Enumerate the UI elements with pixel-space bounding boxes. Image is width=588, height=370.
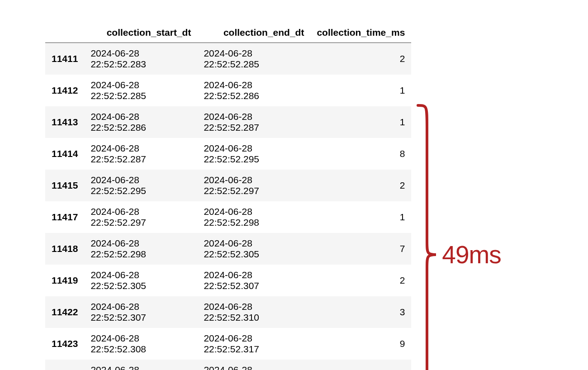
- row-end: 2024-06-28 22:52:52.297: [197, 170, 310, 201]
- table-row: 114132024-06-28 22:52:52.2862024-06-28 2…: [45, 106, 411, 138]
- row-index: 11412: [45, 75, 84, 106]
- row-time: 2: [310, 170, 411, 201]
- column-header-start: collection_start_dt: [84, 23, 197, 43]
- row-end: 2024-06-28 22:52:52.320: [197, 360, 310, 370]
- row-index: 11418: [45, 233, 84, 265]
- row-time: 7: [310, 233, 411, 265]
- table-row: 114182024-06-28 22:52:52.2982024-06-28 2…: [45, 233, 411, 265]
- table-header-row: collection_start_dt collection_end_dt co…: [45, 23, 411, 43]
- row-index: 11413: [45, 106, 84, 138]
- sum-annotation: 49ms: [416, 101, 501, 370]
- row-time: 2: [310, 265, 411, 296]
- table-row: 114232024-06-28 22:52:52.3082024-06-28 2…: [45, 328, 411, 360]
- row-index: 11417: [45, 201, 84, 233]
- row-end: 2024-06-28 22:52:52.285: [197, 43, 310, 75]
- row-end: 2024-06-28 22:52:52.295: [197, 138, 310, 170]
- table-row: 114222024-06-28 22:52:52.3072024-06-28 2…: [45, 296, 411, 328]
- row-index: 11415: [45, 170, 84, 201]
- data-table-wrapper: collection_start_dt collection_end_dt co…: [45, 23, 411, 370]
- row-start: 2024-06-28 22:52:52.305: [84, 265, 197, 296]
- row-time: 1: [310, 75, 411, 106]
- table-row: 114242024-06-28 22:52:52.3182024-06-28 2…: [45, 360, 411, 370]
- row-end: 2024-06-28 22:52:52.286: [197, 75, 310, 106]
- row-end: 2024-06-28 22:52:52.307: [197, 265, 310, 296]
- annotation-label: 49ms: [442, 240, 501, 269]
- row-time: 3: [310, 296, 411, 328]
- row-index: 11414: [45, 138, 84, 170]
- row-start: 2024-06-28 22:52:52.297: [84, 201, 197, 233]
- data-table: collection_start_dt collection_end_dt co…: [45, 23, 411, 370]
- row-start: 2024-06-28 22:52:52.287: [84, 138, 197, 170]
- row-start: 2024-06-28 22:52:52.318: [84, 360, 197, 370]
- table-row: 114112024-06-28 22:52:52.2832024-06-28 2…: [45, 43, 411, 75]
- row-index: 11411: [45, 43, 84, 75]
- table-row: 114172024-06-28 22:52:52.2972024-06-28 2…: [45, 201, 411, 233]
- row-end: 2024-06-28 22:52:52.305: [197, 233, 310, 265]
- row-start: 2024-06-28 22:52:52.285: [84, 75, 197, 106]
- row-start: 2024-06-28 22:52:52.295: [84, 170, 197, 201]
- row-time: 8: [310, 138, 411, 170]
- row-index: 11423: [45, 328, 84, 360]
- table-row: 114152024-06-28 22:52:52.2952024-06-28 2…: [45, 170, 411, 201]
- row-start: 2024-06-28 22:52:52.283: [84, 43, 197, 75]
- row-start: 2024-06-28 22:52:52.286: [84, 106, 197, 138]
- table-row: 114142024-06-28 22:52:52.2872024-06-28 2…: [45, 138, 411, 170]
- row-start: 2024-06-28 22:52:52.308: [84, 328, 197, 360]
- row-time: 1: [310, 201, 411, 233]
- row-end: 2024-06-28 22:52:52.287: [197, 106, 310, 138]
- row-index: 11424: [45, 360, 84, 370]
- curly-brace-icon: [416, 101, 438, 370]
- row-time: 2: [310, 360, 411, 370]
- row-time: 9: [310, 328, 411, 360]
- table-row: 114192024-06-28 22:52:52.3052024-06-28 2…: [45, 265, 411, 296]
- row-index: 11422: [45, 296, 84, 328]
- row-end: 2024-06-28 22:52:52.310: [197, 296, 310, 328]
- column-header-time: collection_time_ms: [310, 23, 411, 43]
- row-time: 1: [310, 106, 411, 138]
- row-start: 2024-06-28 22:52:52.298: [84, 233, 197, 265]
- table-row: 114122024-06-28 22:52:52.2852024-06-28 2…: [45, 75, 411, 106]
- row-index: 11419: [45, 265, 84, 296]
- row-start: 2024-06-28 22:52:52.307: [84, 296, 197, 328]
- row-end: 2024-06-28 22:52:52.317: [197, 328, 310, 360]
- row-time: 2: [310, 43, 411, 75]
- column-header-end: collection_end_dt: [197, 23, 310, 43]
- row-end: 2024-06-28 22:52:52.298: [197, 201, 310, 233]
- column-header-index: [45, 23, 84, 43]
